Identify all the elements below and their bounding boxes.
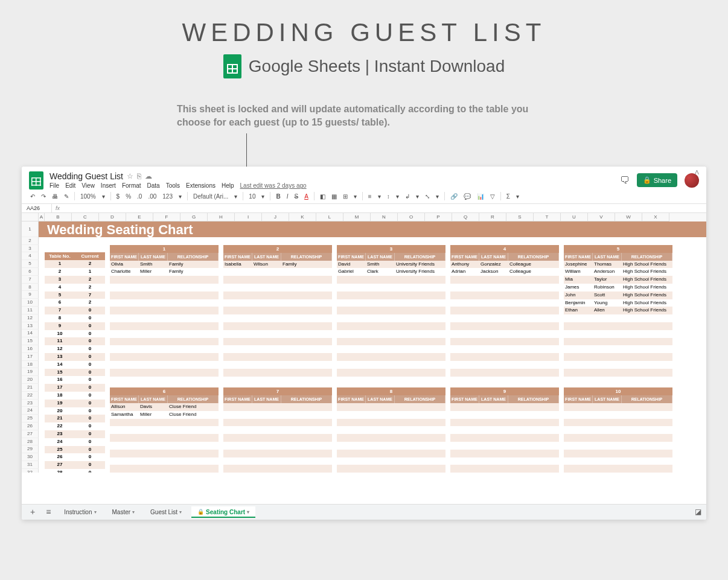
row-header[interactable]: 18 (22, 361, 39, 369)
last-edit-link[interactable]: Last edit was 2 days ago (240, 182, 307, 189)
row-header[interactable]: 12 (22, 314, 39, 322)
star-icon[interactable]: ☆ (127, 172, 133, 180)
row-header[interactable]: 6 (22, 268, 39, 276)
row-header[interactable]: 20 (22, 376, 39, 384)
col-header[interactable]: O (398, 213, 425, 221)
merge-button[interactable]: ⊞ (340, 192, 350, 201)
functions-button[interactable]: Σ (504, 192, 512, 201)
move-icon[interactable]: ⎘ (137, 172, 141, 180)
percent-button[interactable]: % (123, 192, 133, 201)
italic-button[interactable]: I (284, 192, 291, 201)
menu-insert[interactable]: Insert (101, 182, 116, 189)
col-header[interactable]: N (371, 213, 398, 221)
col-header[interactable]: P (425, 213, 452, 221)
row-header[interactable]: 3 (22, 245, 39, 253)
undo-button[interactable]: ↶ (28, 192, 37, 201)
row-header[interactable]: 25 (22, 415, 39, 422)
col-header[interactable]: A (39, 213, 45, 221)
explore-button[interactable]: ◪ (695, 508, 701, 516)
row-header[interactable]: 24 (22, 407, 39, 415)
col-header[interactable]: R (479, 213, 506, 221)
dec-increase-button[interactable]: .00 (145, 192, 159, 201)
col-header[interactable]: Q (452, 213, 479, 221)
col-header[interactable]: M (343, 213, 371, 221)
col-header[interactable]: C (72, 213, 99, 221)
row-header[interactable]: 11 (22, 307, 39, 314)
row-header[interactable]: 32 (22, 469, 39, 473)
tab-master[interactable]: Master▾ (106, 506, 141, 518)
row-header[interactable]: 21 (22, 384, 39, 392)
menu-extensions[interactable]: Extensions (186, 182, 216, 189)
chart-button[interactable]: 📊 (474, 192, 487, 201)
menu-data[interactable]: Data (147, 182, 160, 189)
menu-tools[interactable]: Tools (166, 182, 180, 189)
collapse-toolbar-icon[interactable]: ᐱ (692, 168, 701, 177)
dec-decrease-button[interactable]: .0 (135, 192, 144, 201)
col-header[interactable]: G (180, 213, 208, 221)
currency-button[interactable]: $ (114, 192, 123, 201)
row-header[interactable]: 13 (22, 322, 39, 330)
comment-button[interactable]: 💬 (461, 192, 473, 201)
row-header[interactable]: 23 (22, 400, 39, 407)
menu-view[interactable]: View (81, 182, 95, 189)
row-header[interactable]: 30 (22, 453, 39, 461)
row-header[interactable]: 17 (22, 353, 39, 361)
col-header[interactable]: X (642, 213, 669, 221)
fill-button[interactable]: ◧ (318, 192, 328, 201)
col-header[interactable]: L (316, 213, 343, 221)
comment-icon[interactable]: 🗨 (620, 175, 630, 186)
document-name[interactable]: Wedding Guest List (49, 171, 123, 181)
all-sheets-button[interactable]: ≡ (42, 507, 54, 517)
col-header[interactable]: H (208, 213, 235, 221)
document-icon[interactable] (29, 171, 43, 190)
row-header[interactable]: 27 (22, 430, 39, 438)
valign-button[interactable]: ↕ (385, 192, 392, 201)
row-header[interactable]: 9 (22, 291, 39, 299)
bold-button[interactable]: B (273, 192, 283, 201)
menu-format[interactable]: Format (122, 182, 141, 189)
rotate-button[interactable]: ⤡ (423, 192, 432, 201)
row-header[interactable]: 7 (22, 276, 39, 284)
row-header[interactable]: 26 (22, 422, 39, 430)
strike-button[interactable]: S (292, 192, 301, 201)
tab-guest-list[interactable]: Guest List▾ (144, 506, 188, 518)
col-header[interactable]: I (235, 213, 262, 221)
row-header[interactable]: 14 (22, 330, 39, 337)
paint-button[interactable]: ✎ (62, 192, 71, 201)
col-header[interactable]: V (588, 213, 615, 221)
col-header[interactable]: J (262, 213, 289, 221)
row-header[interactable]: 22 (22, 392, 39, 400)
row-header[interactable]: 2 (22, 237, 39, 245)
col-header[interactable]: K (289, 213, 316, 221)
menu-help[interactable]: Help (222, 182, 234, 189)
row-header[interactable]: 16 (22, 345, 39, 353)
col-header[interactable]: W (615, 213, 642, 221)
link-button[interactable]: 🔗 (448, 192, 460, 201)
row-header[interactable]: 19 (22, 368, 39, 376)
share-button[interactable]: 🔒 Share (637, 173, 677, 187)
col-header[interactable]: T (534, 213, 561, 221)
add-sheet-button[interactable]: + (27, 507, 39, 517)
tab-instruction[interactable]: Instruction▾ (58, 506, 102, 518)
cloud-icon[interactable]: ☁ (145, 172, 152, 180)
text-color-button[interactable]: A (302, 192, 311, 201)
format-button[interactable]: 123 (160, 192, 175, 201)
menu-edit[interactable]: Edit (65, 182, 75, 189)
tab-seating-chart[interactable]: 🔒Seating Chart▾ (191, 506, 255, 518)
wrap-button[interactable]: ↲ (403, 192, 412, 201)
row-header[interactable]: 4 (22, 252, 39, 260)
halign-button[interactable]: ≡ (366, 192, 374, 201)
name-box[interactable]: AA26 (22, 204, 52, 212)
col-header[interactable]: S (506, 213, 534, 221)
font-select[interactable]: Default (Ari... (191, 192, 231, 201)
row-header[interactable]: 31 (22, 461, 39, 469)
print-button[interactable]: 🖶 (49, 192, 60, 201)
row-header[interactable]: 5 (22, 260, 39, 268)
row-header[interactable]: 10 (22, 299, 39, 307)
redo-button[interactable]: ↷ (39, 192, 48, 201)
col-header[interactable]: D (99, 213, 126, 221)
filter-button[interactable]: ▽ (488, 192, 497, 201)
col-header[interactable]: E (126, 213, 153, 221)
col-header[interactable]: U (561, 213, 588, 221)
col-header[interactable]: B (45, 213, 72, 221)
